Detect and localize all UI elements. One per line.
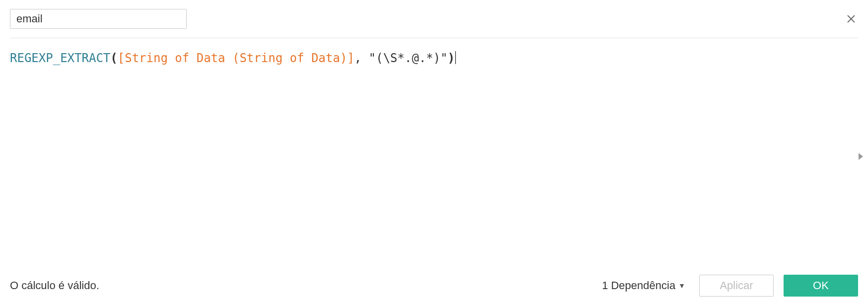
apply-button-label: Aplicar <box>720 279 753 292</box>
close-icon <box>846 14 856 24</box>
token-field: [String of Data (String of Data)] <box>118 51 355 65</box>
chevron-down-icon: ▼ <box>678 282 685 290</box>
ok-button[interactable]: OK <box>784 275 858 297</box>
calculation-editor: REGEXP_EXTRACT([String of Data (String o… <box>0 0 868 306</box>
ok-button-label: OK <box>813 279 829 292</box>
token-string-literal: "(\S*.@.*)" <box>368 51 447 65</box>
token-close-paren: ) <box>447 51 454 65</box>
chevron-right-icon <box>857 153 864 160</box>
svg-marker-2 <box>859 153 863 160</box>
close-button[interactable] <box>844 12 858 26</box>
expand-panel-button[interactable] <box>856 152 865 161</box>
formula-editor[interactable]: REGEXP_EXTRACT([String of Data (String o… <box>0 38 868 274</box>
validation-status: O cálculo é válido. <box>10 279 99 292</box>
token-open-paren: ( <box>110 51 117 65</box>
calculation-name-input[interactable] <box>10 9 187 29</box>
header <box>0 0 868 29</box>
text-cursor <box>455 51 456 64</box>
apply-button[interactable]: Aplicar <box>699 275 774 297</box>
dependencies-dropdown[interactable]: 1 Dependência ▼ <box>602 279 685 292</box>
footer: O cálculo é válido. 1 Dependência ▼ Apli… <box>0 274 868 306</box>
token-separator: , <box>355 51 369 65</box>
dependencies-label: 1 Dependência <box>602 279 675 292</box>
token-function: REGEXP_EXTRACT <box>10 51 110 65</box>
